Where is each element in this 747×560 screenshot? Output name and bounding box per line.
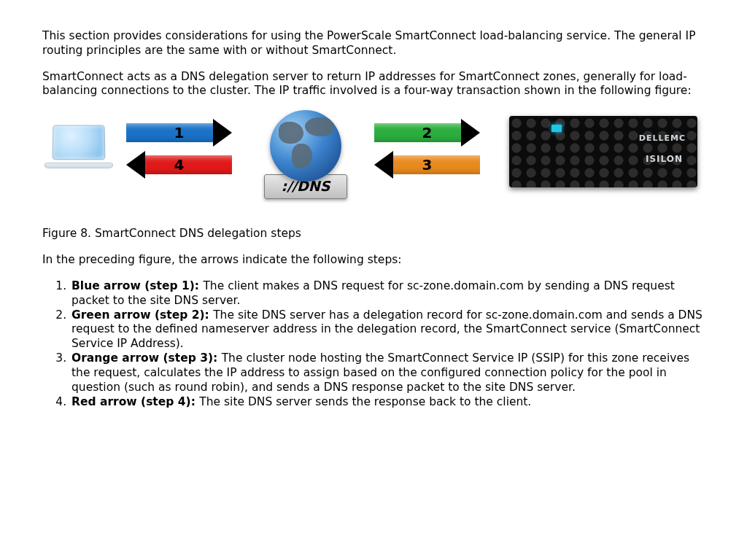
steps-intro: In the preceding figure, the arrows indi… [42, 253, 705, 268]
dns-delegation-diagram: 1 4 ://DNS 2 3 DELLEMC ISILON [42, 110, 699, 219]
arrow-step-4: 4 [126, 155, 232, 174]
dns-server-icon: ://DNS [259, 110, 352, 198]
list-item: Green arrow (step 2): The site DNS serve… [70, 308, 705, 351]
arrow-label-3: 3 [374, 156, 480, 175]
arrow-step-2: 2 [374, 123, 480, 142]
intro-paragraph-1: This section provides considerations for… [42, 29, 705, 58]
brand-dellemc: DELLEMC [639, 133, 686, 144]
figure-caption: Figure 8. SmartConnect DNS delegation st… [42, 227, 705, 241]
list-item: Orange arrow (step 3): The cluster node … [70, 351, 705, 394]
step-text: The site DNS server sends the response b… [199, 395, 531, 408]
step-lead: Orange arrow (step 3): [71, 351, 222, 365]
step-lead: Blue arrow (step 1): [71, 279, 203, 292]
globe-icon [270, 110, 341, 182]
step-lead: Green arrow (step 2): [71, 308, 213, 322]
list-item: Red arrow (step 4): The site DNS server … [70, 395, 705, 410]
status-led-icon [551, 125, 562, 132]
arrow-label-2: 2 [374, 124, 480, 143]
intro-paragraph-2: SmartConnect acts as a DNS delegation se… [42, 70, 705, 99]
step-lead: Red arrow (step 4): [71, 395, 199, 408]
steps-list: Blue arrow (step 1): The client makes a … [42, 279, 705, 409]
arrow-step-3: 3 [374, 155, 480, 174]
brand-isilon: ISILON [646, 154, 683, 165]
client-laptop-icon [42, 125, 115, 171]
arrow-step-1: 1 [126, 123, 232, 142]
arrow-label-4: 4 [126, 156, 232, 175]
isilon-appliance-icon: DELLEMC ISILON [509, 116, 697, 187]
list-item: Blue arrow (step 1): The client makes a … [70, 279, 705, 308]
arrow-label-1: 1 [126, 124, 232, 143]
